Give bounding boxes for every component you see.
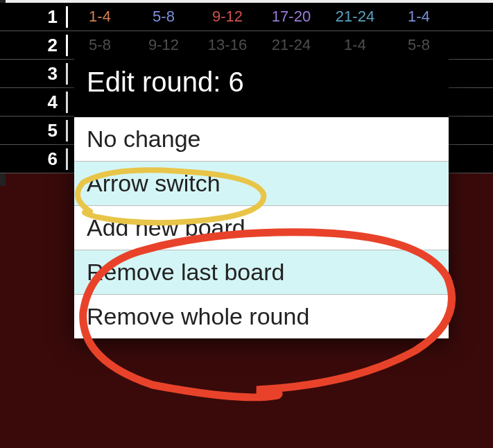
cell: 9-12	[196, 8, 259, 26]
cell: 17-20	[259, 8, 323, 26]
cell: 5-8	[132, 8, 196, 26]
dialog-option-no-change[interactable]: No change	[74, 117, 449, 162]
row-cells: 1-45-89-1217-2021-241-4	[68, 8, 493, 26]
row-number: 2	[0, 35, 68, 56]
row-number: 1	[0, 6, 68, 28]
dialog-option-add-new-board[interactable]: Add new board	[74, 206, 449, 250]
row-number: 6	[0, 148, 68, 170]
edit-round-dialog: Edit round: 6 No changeArrow switchAdd n…	[74, 51, 449, 338]
dialog-option-remove-whole-round[interactable]: Remove whole round	[74, 295, 449, 338]
dialog-option-arrow-switch[interactable]: Arrow switch	[74, 162, 449, 206]
row-number: 4	[0, 92, 68, 113]
dialog-option-remove-last-board[interactable]: Remove last board	[74, 250, 449, 295]
dialog-title: Edit round: 6	[74, 51, 449, 117]
dialog-items: No changeArrow switchAdd new boardRemove…	[74, 117, 449, 338]
row-number: 3	[0, 63, 68, 85]
cell: 1-4	[68, 8, 132, 26]
table-row[interactable]: 11-45-89-1217-2021-241-4	[0, 3, 493, 31]
row-number: 5	[0, 120, 68, 141]
cell: 1-4	[387, 8, 451, 26]
cell: 21-24	[323, 8, 387, 26]
